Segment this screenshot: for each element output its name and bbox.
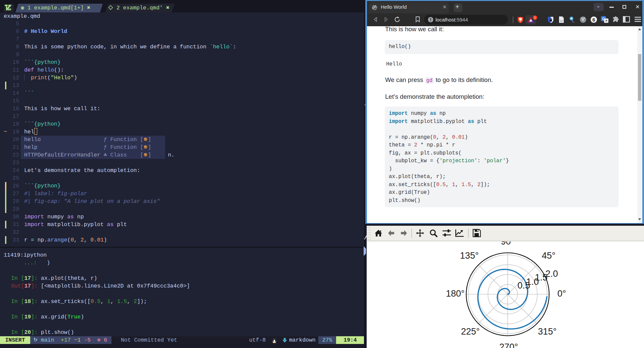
svg-text:2.0: 2.0 [545,269,558,279]
svg-text:225°: 225° [461,327,480,337]
svg-text:6: 6 [592,17,595,23]
svg-text:270°: 270° [499,342,518,348]
svg-text:✷: ✷ [605,19,608,23]
svg-text:315°: 315° [538,327,557,337]
svg-text:180°: 180° [446,289,465,299]
svg-text:45°: 45° [542,251,556,261]
svg-text:0°: 0° [557,289,566,299]
svg-text:90°: 90° [501,242,515,247]
svg-text:135°: 135° [460,251,479,261]
